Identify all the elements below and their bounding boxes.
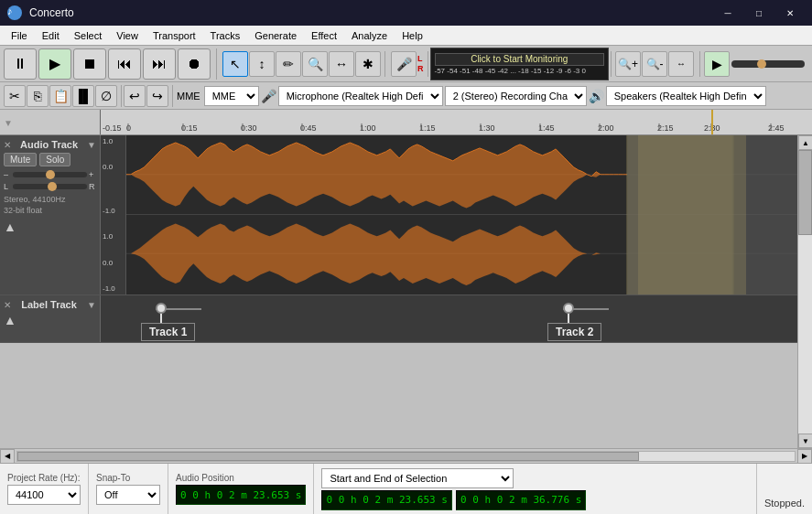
- channels-select[interactable]: 2 (Stereo) Recording Channels: [445, 86, 587, 106]
- h-scroll-right[interactable]: ▶: [797, 449, 812, 464]
- label-track-dropdown[interactable]: ▼: [87, 300, 96, 310]
- snap-to-section: Snap-To Off: [89, 464, 168, 514]
- label-track1-pin[interactable]: [156, 303, 167, 314]
- redo-button[interactable]: ↪: [146, 85, 168, 107]
- select-tool-button[interactable]: ↖: [222, 51, 248, 77]
- label-track1-text[interactable]: Track 1: [141, 323, 195, 341]
- envelope-tool-button[interactable]: ↕: [249, 51, 275, 77]
- zoom-in-button[interactable]: 🔍+: [615, 51, 641, 77]
- click-to-monitor-button[interactable]: Click to Start Monitoring: [435, 53, 605, 66]
- h-scroll-track: [16, 451, 796, 462]
- selection-mode-select[interactable]: Start and End of Selection: [321, 468, 514, 488]
- trim-button[interactable]: ▐▌: [72, 85, 94, 107]
- gain-slider[interactable]: [13, 172, 87, 177]
- scale-mid-ch2: 0.0: [103, 259, 124, 267]
- audio-track: ✕ Audio Track ▼ Mute Solo – +: [0, 135, 797, 295]
- stop-button[interactable]: ⏹: [73, 48, 106, 80]
- input-device-select[interactable]: Microphone (Realtek High Defini...: [278, 86, 443, 106]
- label-track-controls: ✕ Label Track ▼ ▲: [0, 295, 101, 342]
- menu-help[interactable]: Help: [395, 26, 430, 45]
- output-device-select[interactable]: Speakers (Realtek High Definiti...: [606, 86, 766, 106]
- record-button[interactable]: ⏺: [178, 48, 211, 80]
- menu-view[interactable]: View: [109, 26, 146, 45]
- solo-button[interactable]: Solo: [39, 153, 70, 166]
- audio-track-info: Stereo, 44100Hz 32-bit float: [4, 195, 96, 216]
- v-scroll-track: [798, 150, 812, 434]
- gain-max-label: +: [89, 170, 96, 179]
- scale-bot-ch1: -1.0: [103, 207, 124, 215]
- cut-button[interactable]: ✂: [4, 85, 26, 107]
- label-track2-pin[interactable]: [563, 303, 574, 314]
- skip-fwd-button[interactable]: ⏭: [143, 48, 176, 80]
- transport-group: ⏸ ▶ ⏹ ⏮ ⏭ ⏺: [4, 48, 217, 80]
- v-scroll-up[interactable]: ▲: [798, 135, 812, 150]
- skip-back-button[interactable]: ⏮: [108, 48, 141, 80]
- mic-button[interactable]: 🎤: [391, 51, 417, 77]
- selection-label-row: Start and End of Selection: [321, 468, 749, 488]
- project-rate-section: Project Rate (Hz): 44100: [0, 464, 89, 514]
- label-collapse: ▲: [4, 313, 96, 327]
- playback-group: ▶: [699, 51, 808, 77]
- label-track-waveform: Track 1 Track 2: [101, 295, 797, 342]
- audio-position-label: Audio Position: [176, 473, 306, 483]
- label-track-header: ✕ Label Track ▼: [4, 299, 96, 310]
- snap-to-select[interactable]: Off: [96, 485, 160, 505]
- horizontal-scrollbar: ◀ ▶: [0, 448, 812, 463]
- playback-slider-thumb[interactable]: [757, 59, 766, 69]
- waveform-display: [126, 135, 797, 294]
- gain-min-label: –: [4, 170, 11, 179]
- pan-slider-thumb[interactable]: [48, 182, 57, 191]
- label-collapse-icon[interactable]: ▲: [4, 313, 16, 327]
- menu-tracks[interactable]: Tracks: [203, 26, 248, 45]
- copy-button[interactable]: ⎘: [27, 85, 49, 107]
- timeshift-tool-button[interactable]: ↔: [329, 51, 354, 77]
- mic-icon: 🎤: [261, 89, 276, 103]
- h-scroll-thumb[interactable]: [17, 452, 639, 461]
- menu-file[interactable]: File: [4, 26, 35, 45]
- audio-track-close[interactable]: ✕: [4, 140, 11, 150]
- multi-tool-button[interactable]: ✱: [355, 51, 381, 77]
- selection-end-value: 0 0 h 0 2 m 36.776 s: [460, 494, 581, 506]
- audio-track-dropdown[interactable]: ▼: [87, 140, 96, 150]
- menu-effect[interactable]: Effect: [304, 26, 344, 45]
- undo-button[interactable]: ↩: [124, 85, 146, 107]
- v-scroll-down[interactable]: ▼: [798, 434, 812, 448]
- track-info-line2: 32-bit float: [4, 206, 96, 217]
- pause-button[interactable]: ⏸: [4, 48, 37, 80]
- h-scroll-left[interactable]: ◀: [0, 449, 15, 464]
- collapse-button: ▲: [4, 220, 96, 234]
- playback-slider[interactable]: [731, 60, 805, 68]
- project-rate-select[interactable]: 44100: [7, 485, 81, 505]
- menu-analyze[interactable]: Analyze: [344, 26, 395, 45]
- v-scroll-thumb[interactable]: [798, 150, 812, 235]
- close-button[interactable]: ✕: [775, 4, 805, 22]
- playback-play-button[interactable]: ▶: [704, 51, 730, 77]
- menu-edit[interactable]: Edit: [35, 26, 67, 45]
- ch2-waveform: [126, 223, 627, 285]
- mute-button[interactable]: Mute: [4, 153, 37, 166]
- paste-button[interactable]: 📋: [49, 85, 71, 107]
- silence-button[interactable]: ∅: [95, 85, 117, 107]
- zoom-tool-button[interactable]: 🔍: [302, 51, 328, 77]
- tracks-scroll-area: ✕ Audio Track ▼ Mute Solo – +: [0, 135, 812, 448]
- pan-slider[interactable]: [13, 184, 87, 189]
- gain-slider-thumb[interactable]: [46, 170, 55, 179]
- zoom-out-button[interactable]: 🔍-: [642, 51, 667, 77]
- zoom-fit-button[interactable]: ↔: [668, 51, 694, 77]
- label-track2-text[interactable]: Track 2: [547, 323, 601, 341]
- play-button[interactable]: ▶: [38, 48, 71, 80]
- maximize-button[interactable]: □: [744, 4, 774, 22]
- menu-transport[interactable]: Transport: [146, 26, 203, 45]
- ruler-spacer: ▼: [0, 110, 101, 134]
- menu-generate[interactable]: Generate: [247, 26, 304, 45]
- mute-solo-group: Mute Solo: [4, 153, 96, 166]
- minimize-button[interactable]: ─: [713, 4, 742, 22]
- snap-to-label: Snap-To: [96, 473, 160, 483]
- collapse-icon[interactable]: ▲: [4, 220, 16, 234]
- host-select[interactable]: MME: [204, 86, 259, 106]
- label-track-close[interactable]: ✕: [4, 300, 11, 310]
- vu-click-start: Click to Start Monitoring: [435, 53, 605, 66]
- menu-select[interactable]: Select: [67, 26, 110, 45]
- draw-tool-button[interactable]: ✏: [276, 51, 301, 77]
- label-track: ✕ Label Track ▼ ▲ Track 1: [0, 295, 797, 343]
